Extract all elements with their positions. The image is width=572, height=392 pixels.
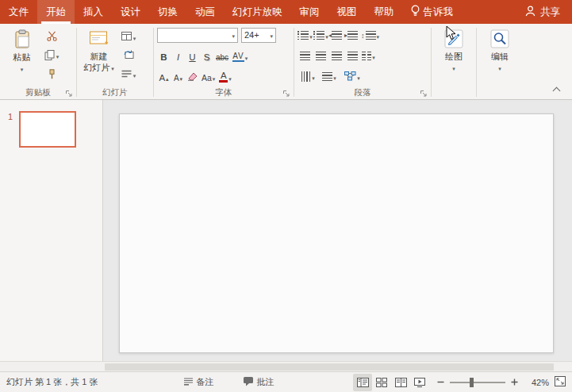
clipboard-group-label: 剪贴板: [25, 87, 51, 98]
convert-to-smartart-button[interactable]: [340, 69, 364, 84]
zoom-percentage-label[interactable]: 42%: [524, 378, 549, 387]
tab-home[interactable]: 开始: [37, 0, 75, 24]
tab-design[interactable]: 设计: [112, 0, 149, 24]
statusbar-right-cluster: 42%: [353, 374, 566, 391]
reset-button[interactable]: [119, 48, 138, 63]
change-case-button[interactable]: Aa: [200, 68, 217, 83]
tab-view-label: 视图: [337, 6, 357, 19]
drawing-button[interactable]: 绘图: [436, 26, 473, 99]
cut-button[interactable]: [42, 29, 61, 45]
font-name-caret: [232, 30, 235, 40]
zoom-slider-thumb[interactable]: [470, 378, 474, 387]
clear-formatting-button[interactable]: [186, 68, 199, 83]
align-left-button[interactable]: [298, 48, 313, 63]
character-spacing-button[interactable]: AV: [231, 48, 250, 63]
new-slide-label-line1: 新建: [90, 52, 108, 61]
new-slide-label-line2-wrap: 幻灯片: [83, 63, 114, 72]
text-shadow-button[interactable]: S: [200, 48, 213, 63]
ribbon-group-editing: 编辑: [478, 25, 521, 99]
tab-help[interactable]: 帮助: [366, 0, 403, 24]
collapse-ribbon-icon[interactable]: [553, 87, 561, 95]
notes-button[interactable]: 备注: [178, 372, 220, 392]
paragraph-group-label: 段落: [355, 87, 371, 98]
slide-info-label: 幻灯片 第 1 张，共 1 张: [6, 376, 98, 388]
justify-button[interactable]: [345, 48, 360, 63]
strikethrough-button[interactable]: abc: [214, 48, 230, 63]
bullets-button[interactable]: [298, 28, 313, 43]
columns-caret: [372, 52, 375, 61]
magnifier-icon: [490, 29, 509, 50]
drawing-dropdown-caret: [452, 63, 455, 72]
grow-font-button[interactable]: A▴: [157, 68, 171, 83]
font-size-combobox[interactable]: 24+: [241, 28, 276, 43]
horizontal-scrollbar[interactable]: [0, 361, 572, 371]
new-slide-button[interactable]: 新建 幻灯片: [80, 26, 117, 86]
zoom-in-button[interactable]: [511, 378, 518, 387]
tab-transitions[interactable]: 切换: [149, 0, 186, 24]
slides-group-label: 幻灯片: [102, 87, 128, 98]
copy-icon: [44, 50, 55, 62]
font-group-label: 字体: [216, 87, 232, 98]
font-name-combobox[interactable]: [157, 28, 238, 43]
person-icon: [525, 6, 536, 19]
reading-view-button[interactable]: [391, 374, 410, 391]
format-painter-button[interactable]: [42, 67, 61, 83]
font-color-button[interactable]: A: [217, 68, 233, 83]
tab-file-label: 文件: [9, 6, 29, 19]
ribbon-separator: [476, 28, 477, 97]
layout-dropdown-caret: [133, 33, 136, 42]
text-direction-button[interactable]: [298, 69, 318, 84]
font-color-caret: [228, 73, 232, 83]
editing-button[interactable]: 编辑: [482, 26, 519, 99]
italic-button[interactable]: I: [171, 48, 185, 63]
line-spacing-button[interactable]: ↕: [361, 28, 379, 43]
align-text-button[interactable]: [319, 69, 340, 84]
slide-canvas[interactable]: [119, 113, 554, 353]
normal-view-button[interactable]: [353, 374, 372, 391]
tab-insert-label: 插入: [83, 6, 103, 19]
ribbon-group-slides: 新建 幻灯片 幻灯片: [79, 25, 152, 99]
align-text-icon: [322, 72, 332, 81]
tab-view[interactable]: 视图: [328, 0, 366, 24]
tab-review[interactable]: 审阅: [291, 0, 328, 24]
paste-dropdown-caret: [21, 63, 24, 73]
fit-to-window-button[interactable]: [555, 376, 566, 388]
horizontal-scrollbar-thumb[interactable]: [105, 363, 554, 371]
align-center-icon: [316, 52, 326, 60]
clipboard-dialog-launcher[interactable]: [65, 90, 73, 98]
zoom-out-button[interactable]: [437, 378, 444, 387]
line-spacing-icon: [366, 31, 376, 40]
section-button[interactable]: [119, 67, 138, 83]
status-bar: 幻灯片 第 1 张，共 1 张 备注 批注 42%: [0, 371, 572, 392]
tab-file[interactable]: 文件: [0, 0, 37, 24]
columns-button[interactable]: [361, 48, 376, 63]
tab-insert[interactable]: 插入: [75, 0, 112, 24]
share-button[interactable]: 共享: [513, 0, 572, 24]
layout-button[interactable]: [119, 29, 138, 45]
editing-label: 编辑: [491, 52, 509, 61]
reading-view-icon: [395, 378, 407, 387]
copy-button[interactable]: [42, 48, 61, 63]
tab-animations[interactable]: 动画: [186, 0, 224, 24]
font-dialog-launcher[interactable]: [282, 90, 290, 98]
paste-button[interactable]: 粘贴: [3, 26, 40, 86]
bold-button[interactable]: B: [157, 48, 171, 63]
decrease-indent-button[interactable]: ◂: [329, 28, 344, 43]
slide-sorter-button[interactable]: [372, 374, 391, 391]
slideshow-button[interactable]: [410, 374, 429, 391]
underline-button[interactable]: U: [186, 48, 199, 63]
slide-editor-area: [103, 100, 572, 361]
tell-me-box[interactable]: 告诉我: [403, 0, 462, 24]
align-center-button[interactable]: [313, 48, 328, 63]
paragraph-dialog-launcher[interactable]: [420, 90, 428, 98]
comments-button[interactable]: 批注: [237, 372, 280, 392]
slide-thumbnail-1[interactable]: [19, 111, 76, 148]
comment-bubble-icon: [243, 376, 254, 388]
align-right-icon: [332, 52, 342, 60]
increase-indent-button[interactable]: ▸: [345, 28, 360, 43]
numbering-button[interactable]: [313, 28, 328, 43]
align-right-button[interactable]: [329, 48, 344, 63]
zoom-slider[interactable]: [450, 382, 505, 383]
shrink-font-button[interactable]: A▾: [171, 68, 185, 83]
tab-slideshow[interactable]: 幻灯片放映: [224, 0, 291, 24]
